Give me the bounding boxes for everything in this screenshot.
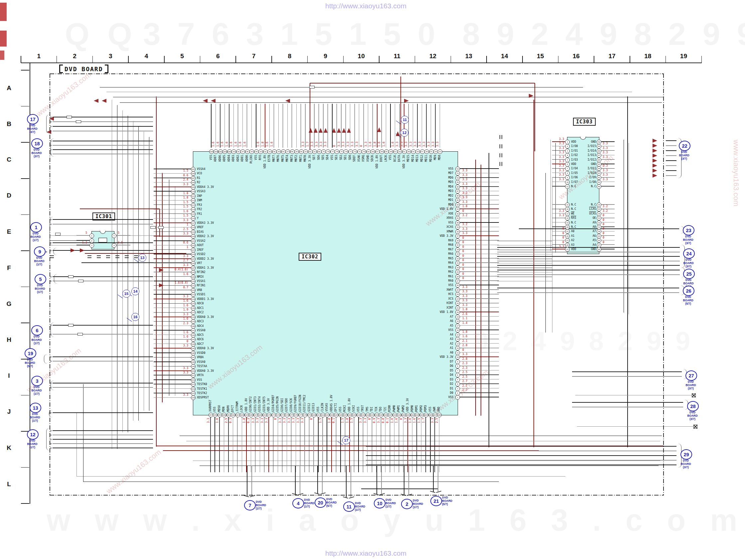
- ic302-pin-number: 47: [455, 189, 460, 194]
- ic302-pin-label: AD07: [214, 155, 217, 162]
- ic302-pin-number: 73: [348, 149, 353, 154]
- ic302-pin-number: 18: [455, 319, 460, 324]
- ic302-pin-number: 171: [271, 413, 276, 417]
- connector-bracket: [46, 428, 51, 451]
- ic302-pin-wire: [459, 267, 499, 267]
- signal-arrow-up-icon: [332, 128, 336, 133]
- ic302-pin-wire: [395, 104, 395, 147]
- ic302-pin-number: 43: [455, 207, 460, 211]
- ic302-pin-number: 67: [375, 149, 380, 154]
- ic303-pin-label: N.C: [577, 185, 596, 188]
- resistor-icon: [78, 280, 84, 282]
- connector-ref: 19: [25, 348, 36, 359]
- watermark-stamp: www.xiaoyu163.com: [732, 140, 740, 206]
- ic302-pin-value: 1.7: [422, 418, 425, 423]
- ic302-pin-label: IREF: [197, 248, 203, 252]
- schematic-page: Q Q 3 7 6 3 1 5 1 5 0 8 9 2 4 9 8 2 9 9 …: [0, 0, 745, 560]
- connector-wire: [53, 281, 153, 281]
- ic302-pin-label: VSS: [213, 407, 217, 412]
- ic302-pin-label: A5: [420, 324, 453, 327]
- ic303-pin-number: 22: [565, 234, 570, 238]
- ic302-pin-wire: [220, 104, 220, 147]
- ic302-pin-label: D2: [420, 382, 453, 386]
- ic302-pin-wire: [264, 417, 264, 472]
- ic302-pin-label: GIO7/SDO: [285, 398, 288, 412]
- ic302-pin-value: 2.6: [462, 312, 467, 316]
- connector-ref: 13: [30, 403, 41, 413]
- ic302-pin-wire: [416, 417, 417, 472]
- ic303-pin-value: 0: [603, 236, 604, 239]
- ic302-pin-value: 0: [462, 240, 464, 244]
- ic303-pin-wire: [552, 182, 565, 182]
- site-url-bottom: http://www.xiaoyu163.com: [325, 549, 407, 557]
- ic302-pin-number: 170: [267, 413, 271, 417]
- ic302-pin-value: 0.9: [372, 418, 376, 423]
- ic302-pin-label: MNT2: [294, 155, 298, 162]
- ic302-pin-number: 195: [379, 413, 384, 417]
- frame-top: [50, 73, 664, 74]
- ic303-pin-value: 3.3: [541, 209, 564, 212]
- ic302-pin-label: INP: [197, 194, 202, 198]
- capacitor-icon: [88, 257, 92, 258]
- ic302-pin-label: ADC2: [197, 310, 203, 314]
- ic302-pin-label: SD7: [312, 155, 316, 160]
- ruler-row-letter: K: [4, 444, 14, 452]
- ic302-pin-number: 100: [227, 149, 232, 154]
- ruler-column-number: 4: [141, 53, 151, 60]
- ic302-pin-value: 0: [462, 258, 464, 262]
- ic302-pin-number: 123: [191, 248, 196, 253]
- ic302-pin-wire: [421, 417, 421, 472]
- connector-wire: [53, 357, 153, 357]
- wire: [122, 110, 123, 432]
- ic302-pin-number: 25: [455, 288, 460, 292]
- ruler-tick: [415, 56, 415, 63]
- ic302-pin-number: 57: [420, 149, 425, 154]
- wire: [144, 132, 144, 411]
- ic303-pin-number: 46: [597, 158, 601, 162]
- ic303-pin-label: A6: [577, 234, 596, 237]
- connector-wire: [572, 407, 683, 407]
- ic302-pin-label: RFIN1: [197, 284, 205, 287]
- ic303-pin-number: 10: [565, 180, 570, 185]
- ic302-pin-wire: [154, 353, 191, 353]
- ruler-column-number: 13: [464, 53, 474, 60]
- ic302-pin-wire: [459, 397, 499, 397]
- ic302-pin-label: GIO3/INT5: [262, 396, 266, 412]
- ic302-pin-label: SD0: [348, 155, 352, 160]
- ruler-row-tick: [21, 215, 29, 215]
- connector-sheet-ref: (1/7): [26, 392, 47, 396]
- ic302-pin-wire: [372, 417, 372, 472]
- ic303-pin-number: 30: [597, 229, 601, 234]
- ic303-pin-wire: [552, 249, 565, 250]
- ic302-pin-label: SD6: [317, 155, 321, 160]
- ruler-row-tick: [21, 70, 29, 70]
- ic302-pin-label: ESTB: [267, 155, 271, 162]
- ic303-pin-value: 0: [603, 231, 604, 235]
- ic302-pin-number: 84: [299, 149, 304, 154]
- ic302-pin-label: SCKI: [352, 405, 356, 412]
- ic302-pin-wire: [459, 218, 499, 218]
- ic302-pin-label: MON: [222, 407, 226, 412]
- ic302-pin-value: 3.3: [260, 418, 264, 423]
- ic303-pin-value: 3.3: [541, 151, 564, 154]
- signal-arrow-left-icon: [94, 99, 98, 103]
- ic302-pin-label: XRAS: [420, 216, 453, 220]
- ic302-pin-number: 186: [338, 413, 343, 417]
- connector-wire: [53, 387, 153, 387]
- ic302-pin-label: SD5: [321, 155, 325, 160]
- ruler-column-number: 18: [643, 53, 653, 60]
- ic303-pin-number: 11: [565, 184, 570, 189]
- ic302-pin-wire: [372, 104, 373, 147]
- ic303-pin-value: 3.3: [541, 245, 564, 248]
- ic302-pin-number: 94: [254, 149, 259, 154]
- ic302-pin-label: VSS: [420, 328, 453, 332]
- ic303-pin-label: I/O14: [577, 149, 596, 152]
- connector-wire: [497, 270, 680, 270]
- ic303-pin-value: 3.3: [541, 146, 564, 150]
- ic302-pin-wire: [399, 417, 399, 472]
- ic302-pin-number: 11: [455, 351, 460, 355]
- ic302-pin-label: VDDA0 3.3V: [197, 347, 214, 350]
- ic302-pin-number: 30: [455, 265, 460, 270]
- ic302-pin-number: 55: [429, 149, 434, 154]
- ic303-pin-value: 3.3: [603, 146, 608, 150]
